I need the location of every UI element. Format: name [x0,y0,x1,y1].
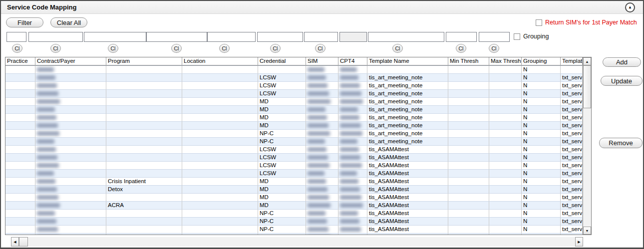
grid-row[interactable]: MDtis_art_meeting_noteNtxt_service_c [5,98,583,106]
grid-row[interactable]: LCSWtis_art_meeting_noteNtxt_service_c [5,82,583,90]
grid-row[interactable]: MDtis_art_meeting_noteNtxt_service_c [5,122,583,130]
redacted-value [308,67,324,72]
scroll-right-button[interactable]: ▶ [575,237,583,247]
cell-grouping: N [522,170,561,178]
grouping-checkbox[interactable] [514,33,520,40]
grid-row[interactable]: Crisis InpatientMDtis_ASAMAttestNtxt_ser… [5,178,583,186]
column-header-cpt4[interactable]: CPT4 [338,57,367,65]
grid-row[interactable]: MDtis_ASAMAttestNtxt_service_c [5,194,583,202]
cell-credential: NP-C [258,218,306,226]
return-sim-checkbox[interactable] [536,19,542,26]
filter-input-practice[interactable] [6,32,26,42]
grid-row[interactable]: MDtis_art_meeting_noteNtxt_service_c [5,114,583,122]
filter-input-max-thresh[interactable] [479,32,510,42]
vertical-scroll-track[interactable] [583,108,591,227]
horizontal-scroll-thumb[interactable] [19,237,28,247]
column-header-credential[interactable]: Credential [258,57,306,65]
grid-row[interactable]: MDtis_art_meeting_noteNtxt_service_c [5,106,583,114]
grid-row[interactable]: LCSWtis_art_meeting_noteNtxt_service_c [5,74,583,82]
column-header-contract-payer[interactable]: Contract/Payer [35,57,106,65]
filter-button[interactable]: Filter [6,17,43,27]
collapse-panel-button[interactable]: ▲ [625,2,635,12]
cell-contract-payer [35,138,106,146]
filter-input-sim[interactable] [257,32,303,42]
cell-grouping: N [522,218,561,226]
clear-filter-program-button[interactable]: Cl [108,44,118,53]
cell-min-thresh [448,130,489,138]
grid-row[interactable]: LCSWtis_ASAMAttestNtxt_service_c [5,154,583,162]
filter-input-program[interactable] [84,32,146,42]
cell-contract-payer [35,114,106,122]
cell-location [182,162,258,170]
grid-row[interactable]: NP-Ctis_ASAMAttestNtxt_service_c [5,210,583,218]
horizontal-scrollbar[interactable]: ◀ ▶ [11,237,583,247]
cell-practice [5,162,35,170]
vertical-scrollbar[interactable]: ▲ ▼ [583,57,591,235]
update-button[interactable]: Update [601,76,643,86]
scroll-up-button[interactable]: ▲ [583,57,591,65]
cell-practice [5,210,35,218]
clear-filter-location-button[interactable]: Cl [171,44,182,53]
filter-input-location[interactable] [146,32,207,42]
clear-all-button[interactable]: Clear All [50,17,87,27]
column-header-practice[interactable]: Practice [5,57,35,65]
column-header-program[interactable]: Program [106,57,182,65]
cell-program: Detox [106,186,182,194]
column-header-location[interactable]: Location [182,57,258,65]
scroll-left-button[interactable]: ◀ [11,237,19,247]
grid-row[interactable]: NP-CH0038tis_ASAMAttestNtxt_service_c [5,234,583,235]
redacted-value [37,115,56,120]
scroll-down-button[interactable]: ▼ [583,227,591,235]
horizontal-scroll-track[interactable] [28,237,575,247]
redacted-value [308,163,329,168]
cell-max-thresh [489,234,522,235]
clear-filter-sim-button[interactable]: Cl [270,44,281,53]
grid-row[interactable]: NP-Ctis_ASAMAttestNtxt_service_c [5,226,583,234]
clear-filter-contract-payer-button[interactable]: Cl [50,44,61,53]
redacted-value [37,83,57,88]
remove-button[interactable]: Remove [599,138,643,148]
column-header-sim[interactable]: SIM [306,57,338,65]
add-button[interactable]: Add [603,57,641,67]
vertical-scroll-thumb[interactable] [583,65,591,108]
filter-input-sim2[interactable] [304,32,338,42]
column-header-template-name[interactable]: Template Name [367,57,448,65]
cell-template-fie: txt_service_c [561,234,583,235]
grid-row[interactable]: NP-Ctis_ASAMAttestNtxt_service_c [5,218,583,226]
column-header-min-thresh[interactable]: Min Thresh [448,57,489,65]
grid-row[interactable]: N [5,66,583,74]
cell-cpt4 [338,178,367,186]
grid-row[interactable]: LCSWtis_ASAMAttestNtxt_service_c [5,162,583,170]
column-header-max-thresh[interactable]: Max Thresh [489,57,522,65]
cell-grouping: N [522,74,561,82]
grid-row[interactable]: LCSWtis_art_meeting_noteNtxt_service_c [5,90,583,98]
clear-filter-sim2-button[interactable]: Cl [315,44,325,53]
cell-program [106,162,182,170]
redacted-value [308,227,328,232]
column-header-template-fie[interactable]: Template Fie [561,57,583,65]
grid-row[interactable]: DetoxMDtis_ASAMAttestNtxt_service_c [5,186,583,194]
filter-input-contract-payer[interactable] [28,32,83,42]
clear-filter-practice-button[interactable]: Cl [12,44,22,53]
clear-filter-min-thresh-button[interactable]: Cl [456,44,466,53]
cell-sim [306,186,338,194]
clear-filter-template-name-button[interactable]: Cl [392,44,403,53]
grid-row[interactable]: LCSWtis_ASAMAttestNtxt_service_c [5,170,583,178]
grid-row[interactable]: NP-Ctis_art_meeting_noteNtxt_service_c [5,130,583,138]
redacted-value [308,147,326,152]
cell-max-thresh [489,122,522,130]
cell-template-name: tis_art_meeting_note [367,106,448,114]
column-header-grouping[interactable]: Grouping [522,57,561,65]
grid-row[interactable]: ACRAMDtis_ASAMAttestNtxt_service_c [5,202,583,210]
clear-filter-max-thresh-button[interactable]: Cl [489,44,499,53]
cell-min-thresh [448,74,489,82]
grid-row[interactable]: LCSWtis_ASAMAttestNtxt_service_c [5,146,583,154]
cell-location [182,82,258,90]
filter-input-min-thresh[interactable] [446,32,477,42]
cell-contract-payer [35,202,106,210]
filter-input-credential[interactable] [207,32,256,42]
grid-row[interactable]: NP-Ctis_art_meeting_noteNtxt_service_c [5,138,583,146]
filter-input-template-name[interactable] [368,32,444,42]
cell-program [106,82,182,90]
clear-filter-credential-button[interactable]: Cl [219,44,230,53]
